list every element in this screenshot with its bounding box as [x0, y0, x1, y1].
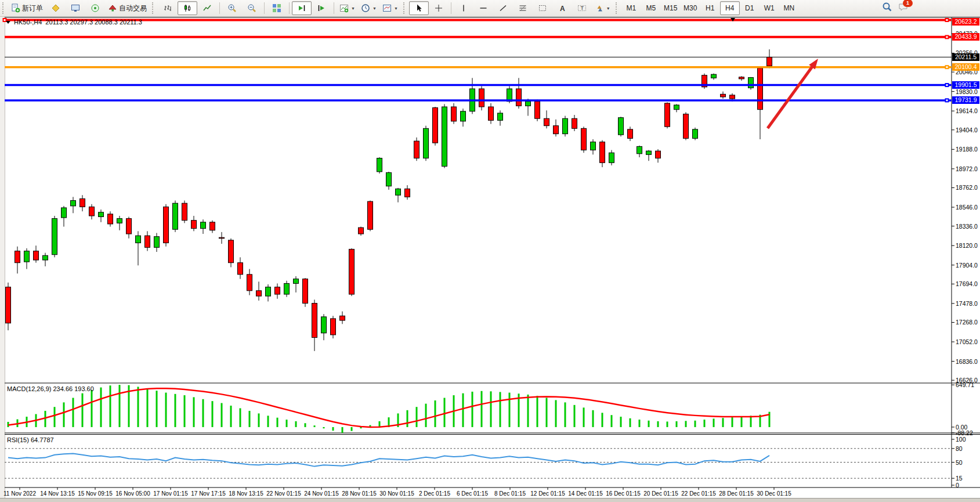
timeframe-m1-button[interactable]: M1: [621, 1, 641, 15]
auto-trading-icon: [108, 3, 117, 13]
toolbar-grip: [2, 2, 6, 14]
auto-trading-button-label: 自动交易: [119, 3, 147, 13]
new-order-icon: [11, 3, 20, 13]
bar-chart-icon: [163, 3, 172, 13]
search-icon: [882, 2, 892, 12]
zoom-in-button[interactable]: [222, 1, 242, 15]
indicators-button[interactable]: ▼: [337, 1, 358, 15]
timeframe-mn-button-label: MN: [783, 4, 794, 12]
cursor-button[interactable]: [409, 1, 429, 15]
line-chart-icon: [202, 3, 212, 13]
fibonacci-icon: [518, 3, 527, 13]
chart-canvas[interactable]: [0, 17, 980, 502]
timeframe-m15-button-label: M15: [664, 4, 677, 12]
label-button[interactable]: T: [572, 1, 592, 15]
timeframe-m5-button-label: M5: [646, 4, 656, 12]
trendline-button[interactable]: [493, 1, 513, 15]
new-order-button-label: 新订单: [22, 3, 43, 13]
zoom-out-button[interactable]: [242, 1, 262, 15]
fibonacci-button[interactable]: [513, 1, 533, 15]
toolbar-right: 1: [882, 0, 909, 16]
new-order-button[interactable]: 新订单: [8, 1, 46, 15]
cursor-icon: [414, 3, 424, 13]
sonar-icon: [91, 3, 100, 13]
notification-badge: 1: [903, 0, 913, 7]
zoom-in-icon: [227, 3, 237, 13]
chart-frame: [5, 17, 980, 487]
price-axis-ticks: [20, 34, 954, 490]
template-icon: [382, 3, 392, 13]
bar-chart-button[interactable]: [158, 1, 178, 15]
timeframe-m1-button-label: M1: [626, 4, 636, 12]
tile-windows-button[interactable]: [267, 1, 287, 15]
dropdown-caret-icon: ▼: [373, 6, 377, 10]
chart-title-ohlc: 20113.3 20297.3 20088.3 20211.3: [45, 19, 142, 26]
macd-indicator-label: MACD(12,26,9) 234.66 193.60: [7, 385, 94, 392]
toolbar-separator: [334, 2, 334, 14]
timeframe-h4-button-label: H4: [725, 4, 734, 12]
chart-shift-button[interactable]: [312, 1, 331, 15]
rsi-line: [8, 453, 769, 466]
channel-button[interactable]: [533, 1, 552, 15]
chat-button[interactable]: 1: [898, 2, 909, 15]
timeframe-d1-button-label: D1: [745, 4, 754, 12]
auto-trading-button[interactable]: 自动交易: [105, 1, 150, 15]
gem-icon: [51, 3, 60, 13]
timeframe-d1-button[interactable]: D1: [740, 1, 760, 15]
dropdown-caret-icon: ▼: [394, 6, 398, 10]
line-chart-button[interactable]: [197, 1, 217, 15]
trend-arrow[interactable]: [768, 59, 818, 128]
indicators-icon: [339, 3, 349, 13]
svg-text:A: A: [560, 5, 565, 13]
chart-shift-icon: [317, 3, 326, 13]
bottom-strip: [0, 498, 980, 502]
zoom-out-icon: [247, 3, 256, 13]
vertical-line-button[interactable]: [454, 1, 473, 15]
text-button[interactable]: A: [552, 1, 572, 15]
crosshair-button[interactable]: [429, 1, 449, 15]
candlestick-icon: [183, 3, 192, 13]
toolbar-separator: [451, 2, 451, 14]
dropdown-caret-icon: ▼: [606, 6, 610, 10]
timeframe-m30-button[interactable]: M30: [681, 1, 700, 15]
timeframe-mn-button[interactable]: MN: [779, 1, 799, 15]
timeframe-m5-button[interactable]: M5: [641, 1, 661, 15]
tile-windows-icon: [272, 3, 281, 13]
market-watch-button[interactable]: [66, 1, 85, 15]
toolbar-separator: [264, 2, 265, 14]
toolbar-grip: [403, 2, 407, 14]
candles: [6, 49, 772, 351]
news-button[interactable]: [85, 1, 105, 15]
svg-text:T: T: [580, 5, 584, 11]
shapes-button[interactable]: ▼: [592, 1, 613, 15]
auto-scroll-icon: [297, 3, 306, 13]
timeframe-w1-button[interactable]: W1: [760, 1, 779, 15]
timeframe-w1-button-label: W1: [764, 4, 775, 12]
vertical-line-icon: [459, 3, 468, 13]
candlestick-chart-button[interactable]: [178, 1, 197, 15]
chart-window[interactable]: 20472.020256.020046.019830.019614.019404…: [0, 17, 980, 502]
toolbar-separator: [289, 2, 290, 14]
templates-button[interactable]: ▼: [379, 1, 401, 15]
monitor-icon: [71, 3, 80, 13]
search-button[interactable]: [882, 2, 892, 15]
hline-objects[interactable]: [3, 18, 952, 102]
label-icon: T: [577, 3, 587, 13]
chart-title-symbol: HK50-,H4: [14, 19, 42, 26]
channel-icon: [538, 3, 547, 13]
chart-title: HK50-,H4 20113.3 20297.3 20088.3 20211.3: [6, 19, 142, 26]
timeframe-m30-button-label: M30: [684, 4, 697, 12]
periods-button[interactable]: ▼: [358, 1, 379, 15]
chart-window-button[interactable]: [46, 1, 66, 15]
shapes-icon: [595, 3, 604, 13]
timeframe-m15-button[interactable]: M15: [661, 1, 681, 15]
timeframe-h1-button-label: H1: [706, 4, 714, 12]
horizontal-line-button[interactable]: [473, 1, 493, 15]
clock-icon: [361, 3, 370, 13]
toolbar-grip: [616, 2, 619, 14]
timeframe-h1-button[interactable]: H1: [700, 1, 720, 15]
timeframe-h4-button[interactable]: H4: [720, 1, 740, 15]
auto-scroll-button[interactable]: [292, 1, 312, 15]
symbol-dropdown-icon: [6, 21, 10, 24]
toolbar-separator: [219, 2, 220, 14]
